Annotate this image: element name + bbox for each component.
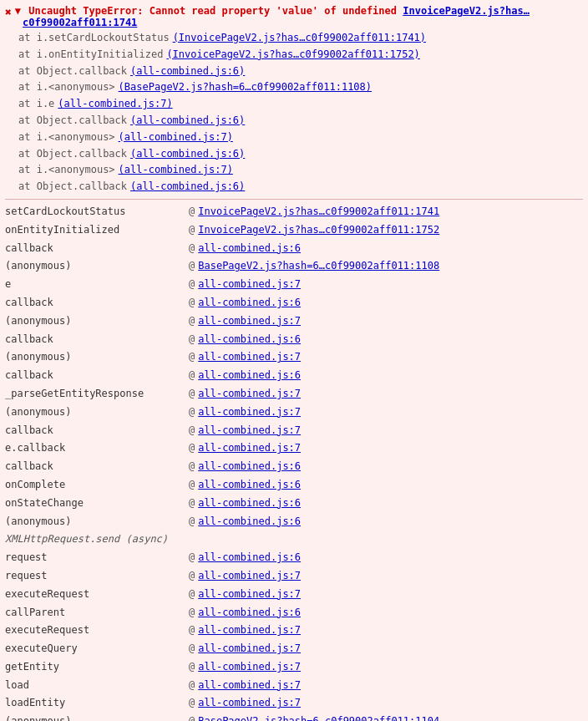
call-row: request@ all-combined.js:6 [5, 549, 583, 567]
stack-file-link[interactable]: (all-combined.js:7) [119, 162, 233, 179]
call-file-link[interactable]: InvoicePageV2.js?has…c0f99002aff011:1741 [198, 204, 439, 221]
call-at-symbol: @ [189, 277, 195, 293]
call-row: onComplete@ all-combined.js:6 [5, 476, 583, 495]
stack-file-link[interactable]: (all-combined.js:7) [119, 129, 233, 146]
stack-at-label: at i.setCardLockoutStatus [18, 30, 170, 47]
call-at-symbol: @ [189, 241, 195, 257]
call-file-link[interactable]: all-combined.js:7 [198, 386, 301, 403]
call-function-name: getEntity [5, 659, 189, 676]
call-at-symbol: @ [189, 586, 195, 603]
call-at-symbol: @ [189, 423, 195, 439]
stack-file-link[interactable]: (BasePageV2.js?hash=6…c0f99002aff011:110… [119, 79, 372, 96]
call-row: onStateChange@ all-combined.js:6 [5, 495, 583, 513]
call-row: (anonymous)@ BasePageV2.js?hash=6…c0f990… [5, 257, 583, 276]
call-row: request@ all-combined.js:7 [5, 567, 583, 586]
stack-line: at Object.callback (all-combined.js:6) [18, 63, 583, 80]
call-function-name: (anonymous) [5, 258, 189, 275]
call-function-name: (anonymous) [5, 404, 189, 421]
call-function-name: callback [5, 423, 189, 439]
call-row: (anonymous)@ all-combined.js:6 [5, 513, 583, 531]
call-at-symbol: @ [189, 440, 195, 457]
call-at-symbol: @ [189, 695, 195, 712]
stack-at-label: at i.<anonymous> [18, 129, 115, 146]
stack-line: at i.setCardLockoutStatus (InvoicePageV2… [18, 30, 583, 47]
call-file-link[interactable]: all-combined.js:6 [198, 514, 301, 531]
call-file-link[interactable]: all-combined.js:7 [198, 440, 301, 457]
call-stack: setCardLockoutStatus@ InvoicePageV2.js?h… [5, 203, 583, 721]
call-file-link[interactable]: all-combined.js:7 [198, 313, 301, 330]
call-file-link[interactable]: all-combined.js:7 [198, 404, 301, 421]
call-file-link[interactable]: all-combined.js:6 [198, 332, 301, 348]
stack-line: at i.<anonymous> (BasePageV2.js?hash=6…c… [18, 79, 583, 96]
call-file-link[interactable]: all-combined.js:7 [198, 568, 301, 585]
stack-file-link[interactable]: (all-combined.js:6) [130, 179, 245, 195]
call-file-link[interactable]: all-combined.js:7 [198, 277, 301, 293]
call-file-link[interactable]: all-combined.js:7 [198, 659, 301, 676]
call-row: load@ all-combined.js:7 [5, 677, 583, 695]
call-file-link[interactable]: all-combined.js:6 [198, 241, 301, 257]
call-row: e.callback@ all-combined.js:7 [5, 439, 583, 458]
error-toggle[interactable]: ▼ [15, 5, 21, 17]
call-row: executeRequest@ all-combined.js:7 [5, 586, 583, 604]
call-row: callback@ all-combined.js:6 [5, 367, 583, 385]
call-function-name: load [5, 678, 189, 694]
call-file-link[interactable]: all-combined.js:6 [198, 605, 301, 622]
call-function-name: callback [5, 332, 189, 348]
call-function-name: setCardLockoutStatus [5, 204, 189, 221]
stack-file-link[interactable]: (all-combined.js:7) [58, 96, 172, 113]
call-file-link[interactable]: all-combined.js:6 [198, 477, 301, 494]
stack-line: at Object.callback (all-combined.js:6) [18, 146, 583, 163]
call-at-symbol: @ [189, 349, 195, 366]
call-row: (anonymous)@ all-combined.js:7 [5, 312, 583, 331]
call-file-link[interactable]: all-combined.js:6 [198, 550, 301, 566]
call-function-name: (anonymous) [5, 713, 189, 721]
call-at-symbol: @ [189, 495, 195, 512]
call-at-symbol: @ [189, 550, 195, 566]
call-file-link[interactable]: all-combined.js:7 [198, 622, 301, 639]
call-function-name: callParent [5, 605, 189, 622]
call-function-name: request [5, 568, 189, 585]
call-file-link[interactable]: BasePageV2.js?hash=6…c0f99002aff011:1104 [198, 713, 439, 721]
call-file-link[interactable]: all-combined.js:7 [198, 678, 301, 694]
stack-file-link[interactable]: (all-combined.js:6) [130, 63, 245, 80]
stack-at-label: at i.<anonymous> [18, 79, 115, 96]
stack-file-link[interactable]: (InvoicePageV2.js?has…c0f99002aff011:174… [173, 30, 426, 47]
call-function-name: (anonymous) [5, 349, 189, 366]
call-row: _parseGetEntityResponse@ all-combined.js… [5, 385, 583, 404]
call-at-symbol: @ [189, 204, 195, 221]
call-at-symbol: @ [189, 386, 195, 403]
call-row: (anonymous)@ all-combined.js:7 [5, 348, 583, 367]
call-file-link[interactable]: InvoicePageV2.js?has…c0f99002aff011:1752 [198, 222, 439, 239]
call-function-name: callback [5, 241, 189, 257]
call-function-name: e [5, 277, 189, 293]
call-function-name: (anonymous) [5, 313, 189, 330]
stack-line: at i.<anonymous> (all-combined.js:7) [18, 162, 583, 179]
call-file-link[interactable]: all-combined.js:7 [198, 586, 301, 603]
call-file-link[interactable]: all-combined.js:6 [198, 295, 301, 312]
call-function-name: executeQuery [5, 641, 189, 658]
stack-line: at i.<anonymous> (all-combined.js:7) [18, 129, 583, 146]
call-file-link[interactable]: BasePageV2.js?hash=6…c0f99002aff011:1108 [198, 258, 439, 275]
call-file-link[interactable]: all-combined.js:6 [198, 368, 301, 384]
call-file-link[interactable]: all-combined.js:7 [198, 695, 301, 712]
call-file-link[interactable]: all-combined.js:6 [198, 459, 301, 475]
error-header: ✖ ▼ Uncaught TypeError: Cannot read prop… [5, 3, 583, 30]
call-at-symbol: @ [189, 678, 195, 694]
error-icon: ✖ [5, 6, 12, 18]
call-function-name: request [5, 550, 189, 566]
stack-file-link[interactable]: (all-combined.js:6) [130, 113, 245, 129]
call-file-link[interactable]: all-combined.js:7 [198, 641, 301, 658]
call-row: executeRequest@ all-combined.js:7 [5, 622, 583, 640]
stack-file-link[interactable]: (InvoicePageV2.js?has…c0f99002aff011:175… [166, 47, 419, 63]
call-row: callback@ all-combined.js:7 [5, 422, 583, 440]
call-row: callback@ all-combined.js:6 [5, 240, 583, 258]
stack-at-label: at Object.callback [18, 113, 127, 129]
call-at-symbol: @ [189, 514, 195, 531]
call-at-symbol: @ [189, 659, 195, 676]
call-row: callback@ all-combined.js:6 [5, 294, 583, 312]
call-row: e@ all-combined.js:7 [5, 276, 583, 294]
call-file-link[interactable]: all-combined.js:6 [198, 495, 301, 512]
stack-file-link[interactable]: (all-combined.js:6) [130, 146, 245, 163]
call-file-link[interactable]: all-combined.js:7 [198, 349, 301, 366]
call-file-link[interactable]: all-combined.js:7 [198, 423, 301, 439]
